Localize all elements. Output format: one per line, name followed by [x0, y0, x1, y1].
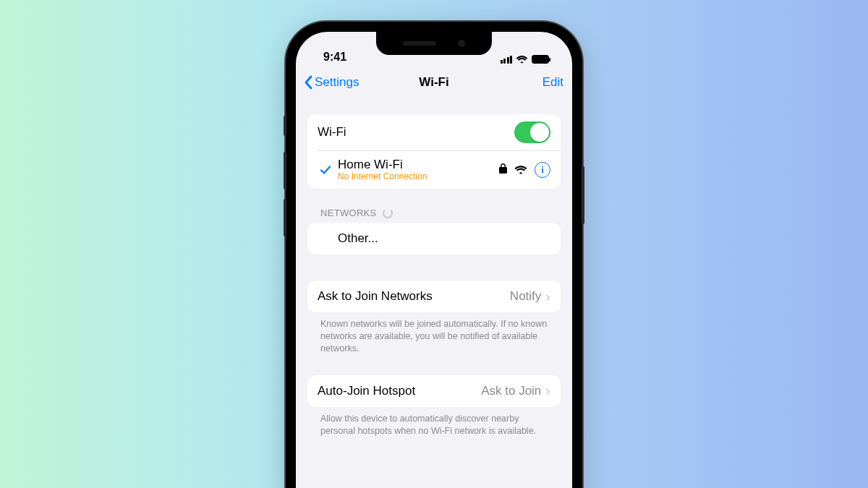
connected-network-row[interactable]: Home Wi-Fi No Internet Connection i: [307, 150, 561, 189]
phone-frame: 9:41 Settings Wi-Fi Edit Wi-Fi: [286, 22, 582, 488]
info-button[interactable]: i: [535, 162, 550, 178]
loading-spinner-icon: [383, 208, 393, 218]
auto-hotspot-footer: Allow this device to automatically disco…: [307, 407, 561, 437]
wifi-toggle-row[interactable]: Wi-Fi: [307, 114, 561, 150]
back-label: Settings: [315, 75, 359, 90]
volume-down-button[interactable]: [284, 199, 286, 236]
checkmark-icon: [318, 163, 333, 176]
ask-join-group: Ask to Join Networks Notify ›: [307, 281, 561, 312]
chevron-left-icon: [305, 75, 313, 90]
ask-join-label: Ask to Join Networks: [318, 289, 433, 304]
page-title: Wi-Fi: [419, 75, 448, 90]
networks-group: Other...: [307, 223, 561, 254]
other-label: Other...: [338, 231, 378, 246]
auto-hotspot-label: Auto-Join Hotspot: [318, 384, 415, 398]
wifi-toggle-label: Wi-Fi: [318, 125, 346, 140]
wifi-signal-icon: [514, 165, 527, 174]
other-network-row[interactable]: Other...: [307, 223, 561, 254]
chevron-right-icon: ›: [545, 382, 550, 399]
screen: 9:41 Settings Wi-Fi Edit Wi-Fi: [296, 32, 572, 488]
wifi-toggle-group: Wi-Fi Home Wi-Fi No Internet Connection: [307, 114, 561, 189]
wifi-icon: [516, 55, 528, 64]
ask-join-footer: Known networks will be joined automatica…: [307, 312, 561, 355]
battery-icon: [532, 55, 549, 64]
volume-up-button[interactable]: [284, 152, 286, 189]
cellular-signal-icon: [501, 56, 513, 64]
auto-hotspot-value: Ask to Join: [481, 384, 541, 398]
connected-network-name: Home Wi-Fi: [338, 158, 427, 172]
ask-join-value: Notify: [510, 289, 541, 304]
auto-hotspot-group: Auto-Join Hotspot Ask to Join ›: [307, 375, 561, 407]
mute-switch[interactable]: [284, 116, 286, 136]
back-button[interactable]: Settings: [305, 75, 359, 90]
edit-button[interactable]: Edit: [542, 75, 563, 90]
nav-bar: Settings Wi-Fi Edit: [296, 67, 572, 98]
chevron-right-icon: ›: [545, 288, 550, 305]
auto-hotspot-row[interactable]: Auto-Join Hotspot Ask to Join ›: [307, 375, 561, 407]
networks-header: NETWORKS: [307, 207, 561, 223]
wifi-toggle[interactable]: [514, 121, 550, 143]
ask-join-row[interactable]: Ask to Join Networks Notify ›: [307, 281, 561, 312]
connected-network-status: No Internet Connection: [338, 172, 427, 182]
notch: [376, 32, 492, 55]
lock-icon: [499, 163, 507, 176]
power-button[interactable]: [582, 166, 584, 224]
